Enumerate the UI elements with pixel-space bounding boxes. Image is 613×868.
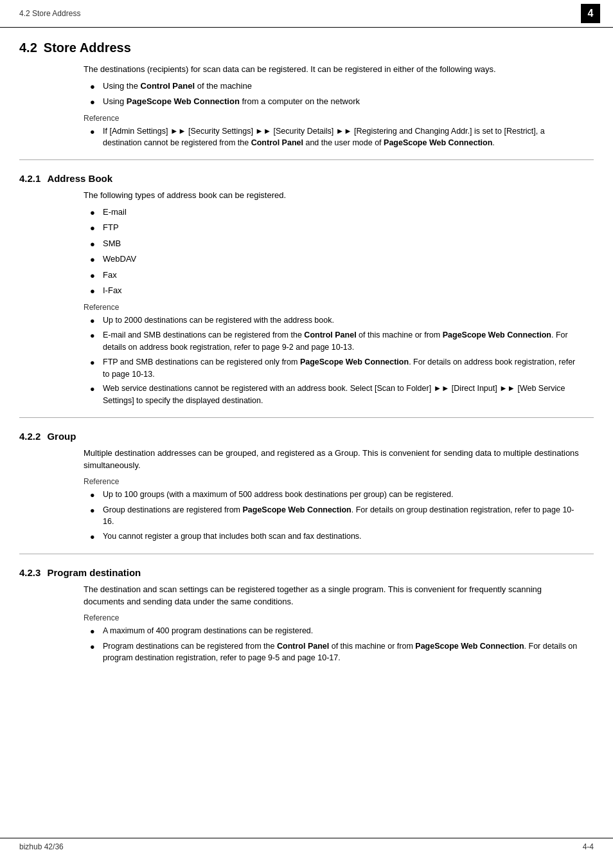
ref-item: ● Up to 100 groups (with a maximum of 50… (90, 489, 581, 502)
section-4-2-heading: Store Address (44, 41, 131, 55)
ref-item: ● If [Admin Settings] ►► [Security Setti… (90, 125, 581, 150)
ref-item: ● Web service destinations cannot be reg… (90, 383, 581, 407)
bullet-dot: ● (90, 222, 100, 235)
bullet-text: Using the Control Panel of the machine (103, 80, 581, 93)
bullet-item: ● E-mail (90, 206, 581, 219)
bullet-dot: ● (90, 206, 100, 219)
ref-dot: ● (90, 626, 100, 638)
bullet-dot: ● (90, 238, 100, 251)
ref-text: A maximum of 400 program destinations ca… (103, 625, 581, 637)
bullet-text: E-mail (103, 206, 581, 219)
section-4-2-num: 4.2 (19, 41, 37, 55)
ref-dot: ● (90, 357, 100, 369)
ref-text: If [Admin Settings] ►► [Security Setting… (103, 125, 581, 150)
bullet-dot: ● (90, 96, 100, 109)
chapter-number: 4 (581, 4, 600, 23)
section-4-2-1-title: 4.2.1 Address Book (19, 173, 594, 184)
ref-text: FTP and SMB destinations can be register… (103, 356, 581, 381)
ref-text: Group destinations are registered from P… (103, 504, 581, 529)
ref-item: ● Program destinations can be registered… (90, 640, 581, 665)
bullet-item: ● WebDAV (90, 253, 581, 266)
section-4-2-2-num: 4.2.2 (19, 431, 40, 442)
bullet-item: ● Using PageScope Web Connection from a … (90, 95, 581, 109)
section-4-2-ref-list: ● If [Admin Settings] ►► [Security Setti… (90, 125, 581, 150)
ref-dot: ● (90, 330, 100, 342)
section-4-2-2-intro: Multiple destination addresses can be gr… (84, 447, 581, 472)
ref-dot: ● (90, 489, 100, 502)
bullet-dot: ● (90, 80, 100, 93)
page-footer: bizhub 42/36 4-4 (0, 838, 613, 855)
ref-text: Up to 2000 destinations can be registere… (103, 314, 581, 327)
section-divider (19, 159, 594, 160)
page-header: 4.2 Store Address 4 (0, 0, 613, 28)
section-4-2-intro: The destinations (recipients) for scan d… (84, 63, 581, 76)
bullet-item: ● I-Fax (90, 284, 581, 298)
ref-dot: ● (90, 505, 100, 517)
section-4-2-1-intro: The following types of address book can … (84, 189, 581, 202)
section-4-2-2-title: 4.2.2 Group (19, 431, 594, 442)
section-4-2-3-heading: Program destination (47, 567, 141, 578)
ref-item: ● Group destinations are registered from… (90, 504, 581, 529)
bullet-item: ● Fax (90, 269, 581, 282)
ref-dot: ● (90, 315, 100, 327)
ref-text: You cannot register a group that include… (103, 530, 581, 543)
bullet-text: Using PageScope Web Connection from a co… (103, 95, 581, 108)
ref-item: ● E-mail and SMB destinations can be reg… (90, 329, 581, 354)
section-divider (19, 554, 594, 554)
section-4-2-1-ref-list: ● Up to 2000 destinations can be registe… (90, 314, 581, 407)
main-content: 4.2 Store Address The destinations (reci… (0, 28, 613, 700)
ref-dot: ● (90, 126, 100, 138)
ref-text: Up to 100 groups (with a maximum of 500 … (103, 489, 581, 501)
ref-item: ● A maximum of 400 program destinations … (90, 625, 581, 638)
section-4-2-1-heading: Address Book (47, 173, 112, 184)
header-section-title: 4.2 Store Address (19, 9, 80, 18)
bullet-text: I-Fax (103, 284, 581, 297)
section-divider (19, 417, 594, 418)
section-4-2-1-num: 4.2.1 (19, 173, 40, 184)
reference-label: Reference (84, 303, 594, 312)
section-4-2-3-title: 4.2.3 Program destination (19, 567, 594, 578)
section-4-2-3-num: 4.2.3 (19, 567, 40, 578)
bullet-dot: ● (90, 285, 100, 298)
section-4-2-title: 4.2 Store Address (19, 41, 594, 55)
section-4-2-1: 4.2.1 Address Book The following types o… (19, 173, 594, 407)
ref-dot: ● (90, 641, 100, 653)
bullet-item: ● FTP (90, 221, 581, 235)
bullet-text: WebDAV (103, 253, 581, 266)
bullet-text: FTP (103, 221, 581, 234)
ref-item: ● Up to 2000 destinations can be registe… (90, 314, 581, 327)
page: 4.2 Store Address 4 4.2 Store Address Th… (0, 0, 613, 868)
ref-item: ● FTP and SMB destinations can be regist… (90, 356, 581, 381)
section-4-2: 4.2 Store Address The destinations (reci… (19, 41, 594, 149)
ref-item: ● You cannot register a group that inclu… (90, 530, 581, 543)
section-4-2-2: 4.2.2 Group Multiple destination address… (19, 431, 594, 543)
reference-label: Reference (84, 477, 594, 486)
section-4-2-3: 4.2.3 Program destination The destinatio… (19, 567, 594, 664)
ref-text: Program destinations can be registered f… (103, 640, 581, 665)
bullet-dot: ● (90, 269, 100, 282)
ref-dot: ● (90, 531, 100, 543)
section-4-2-2-heading: Group (47, 431, 76, 442)
bullet-item: ● Using the Control Panel of the machine (90, 80, 581, 93)
footer-product-name: bizhub 42/36 (19, 842, 64, 851)
bullet-text: Fax (103, 269, 581, 282)
bullet-item: ● SMB (90, 237, 581, 251)
ref-text: Web service destinations cannot be regis… (103, 383, 581, 407)
footer-page-number: 4-4 (583, 842, 594, 851)
reference-label: Reference (84, 114, 594, 123)
ref-text: E-mail and SMB destinations can be regis… (103, 329, 581, 354)
bullet-dot: ● (90, 253, 100, 266)
ref-dot: ● (90, 383, 100, 395)
section-4-2-3-ref-list: ● A maximum of 400 program destinations … (90, 625, 581, 664)
section-4-2-2-ref-list: ● Up to 100 groups (with a maximum of 50… (90, 489, 581, 543)
section-4-2-1-bullets: ● E-mail ● FTP ● SMB ● WebDAV ● Fax (90, 206, 581, 298)
bullet-text: SMB (103, 237, 581, 250)
section-4-2-bullets: ● Using the Control Panel of the machine… (90, 80, 581, 109)
reference-label: Reference (84, 613, 594, 622)
section-4-2-3-intro: The destination and scan settings can be… (84, 583, 581, 608)
